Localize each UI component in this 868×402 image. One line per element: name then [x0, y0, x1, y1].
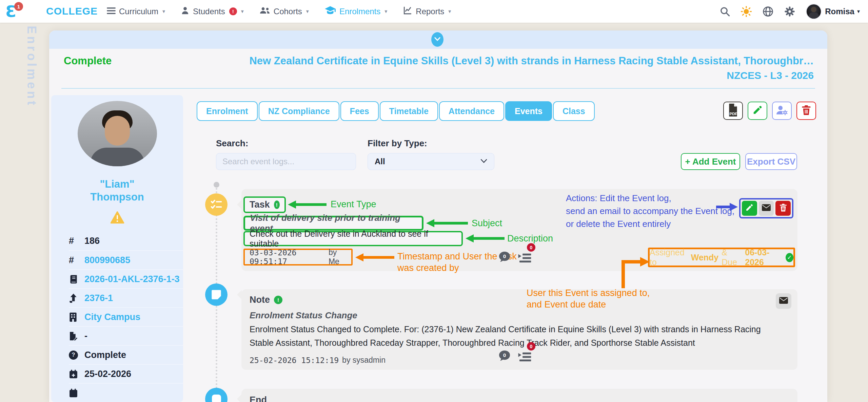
search-input[interactable] [216, 153, 356, 170]
navbar-actions: Romisa ▾ [720, 0, 860, 23]
info-circle-icon[interactable]: ! [274, 200, 280, 209]
event-type-label: End [250, 395, 267, 402]
course-title: New Zealand Certificate in Equine Skills… [186, 55, 814, 67]
event-type-label: Task [250, 199, 270, 210]
pencil-icon [745, 204, 753, 213]
chevron-down-icon: ▾ [857, 8, 860, 15]
end-event-icon [205, 388, 228, 402]
hash-icon: # [69, 255, 84, 266]
email-event-button[interactable] [759, 201, 774, 216]
building-icon [69, 313, 84, 322]
language-globe-icon[interactable] [763, 6, 773, 17]
chevron-down-icon: ▾ [306, 8, 309, 15]
student-first-name: "Liam" [90, 178, 144, 191]
nav-menu-enrolments[interactable]: Enrolments ▾ [324, 6, 387, 17]
assigned-user: Wendy [691, 253, 719, 262]
annotation-arrow-left [426, 219, 468, 229]
queue-list-icon[interactable] [518, 352, 532, 364]
comments-bubble-icon[interactable]: 0 [498, 350, 511, 364]
list-item: 2376-1 [69, 288, 183, 307]
envelope-icon [762, 204, 771, 212]
manage-user-button[interactable] [772, 102, 792, 120]
annotation-arrow-left [466, 234, 505, 244]
task-event-icon [205, 193, 228, 216]
svg-text:PDF: PDF [729, 111, 737, 116]
logo-notification-badge: 1 [14, 2, 23, 11]
timeline-start-dot [214, 182, 219, 188]
queue-list-icon[interactable] [518, 253, 532, 265]
list-item: - [69, 326, 183, 345]
search-icon[interactable] [720, 6, 730, 17]
detail-tabs: Enrolment NZ Compliance Fees Timetable A… [197, 101, 595, 121]
tab-events[interactable]: Events [505, 101, 552, 121]
chevron-down-icon [434, 37, 440, 42]
detail-value[interactable]: City Campus [84, 312, 140, 322]
tab-nz-compliance[interactable]: NZ Compliance [259, 101, 339, 121]
app-logo[interactable]: Ɛ 1 [5, 3, 24, 20]
pdf-file-icon: PDF [727, 103, 739, 119]
annotation-arrow-right [716, 203, 738, 213]
event-description: Check out the Delivery site in Auckland … [250, 229, 457, 249]
brand-name[interactable]: COLLEGE [46, 5, 98, 17]
event-card-note: Note ! Enrolment Status Change Enrolment… [241, 289, 797, 370]
svg-text:0: 0 [503, 352, 506, 358]
list-item: # 800990685 [69, 250, 183, 269]
export-pdf-button[interactable]: PDF [723, 102, 743, 120]
theme-sun-icon[interactable] [741, 6, 752, 17]
queue-count-badge: 0 [527, 243, 535, 252]
filter-type-select[interactable]: All [368, 153, 494, 170]
tab-timetable[interactable]: Timetable [380, 101, 438, 121]
detail-value[interactable]: 2376-1 [84, 293, 113, 303]
timestamp-row: 25-02-2026 15:12:19 by sysadmin [250, 356, 386, 365]
warning-triangle-icon[interactable] [110, 211, 124, 225]
calendar-icon [69, 388, 84, 398]
student-last-name: Thompson [90, 191, 144, 204]
event-timestamp: 25-02-2026 15:12:19 [250, 356, 339, 365]
annotation-event-type: Event Type [331, 199, 376, 210]
nav-menu-reports[interactable]: Reports ▾ [403, 6, 451, 17]
tab-fees[interactable]: Fees [340, 101, 379, 121]
comments-bubble-icon[interactable]: 0 [498, 251, 511, 265]
edit-event-button[interactable] [742, 201, 757, 216]
detail-value[interactable]: 800990685 [84, 255, 130, 266]
nav-menu-label: Students [193, 7, 225, 16]
detail-value[interactable]: 2026-01-AKL-2376-1-3 [84, 274, 180, 284]
user-menu[interactable]: Romisa ▾ [806, 4, 860, 19]
filter-type-value: All [375, 157, 385, 166]
event-card-end: End [241, 389, 797, 402]
tab-attendance[interactable]: Attendance [439, 101, 504, 121]
graduation-cap-icon [324, 6, 336, 17]
check-circle-icon[interactable]: ✓ [786, 253, 793, 262]
delete-enrolment-button[interactable] [796, 102, 816, 120]
chevron-down-icon: ▾ [241, 8, 244, 15]
user-avatar [806, 4, 822, 19]
event-author: by sysadmin [342, 356, 386, 365]
event-type-annotation-box: Task ! [243, 196, 286, 213]
tab-enrolment[interactable]: Enrolment [197, 101, 258, 121]
info-circle-icon[interactable]: ! [274, 296, 282, 304]
nav-menu-label: Cohorts [274, 7, 302, 16]
nav-menu-curriculum[interactable]: Curriculum ▾ [107, 7, 165, 16]
calendar-icon [69, 369, 84, 379]
collapse-chevron-button[interactable] [431, 32, 443, 47]
export-csv-button[interactable]: Export CSV [745, 153, 797, 170]
add-event-button[interactable]: + Add Event [681, 153, 740, 170]
record-toolbar: PDF [723, 102, 816, 120]
student-details-list: # 186 # 800990685 2026-01-AKL-2376-1-3 2… [51, 231, 183, 402]
enrolment-status: Complete [64, 55, 112, 67]
chevron-down-icon: ▾ [162, 8, 165, 15]
settings-gear-icon[interactable] [784, 6, 795, 17]
delete-event-button[interactable] [775, 201, 791, 216]
timestamp-annotation-box: 03-03-2026 09:51:17 by Me [243, 249, 353, 266]
detail-value: 186 [84, 236, 100, 246]
nav-menu-students[interactable]: Students ! ▾ [181, 6, 244, 17]
tab-class[interactable]: Class [553, 101, 595, 121]
assigned-annotation-box: Assigned to Wendy & Due 06-03-2026 ✓ [648, 248, 795, 267]
list-item [69, 383, 183, 402]
nav-menu-cohorts[interactable]: Cohorts ▾ [259, 6, 309, 17]
edit-enrolment-button[interactable] [748, 102, 767, 120]
queue-count-badge: 0 [527, 342, 535, 351]
email-event-button[interactable] [776, 293, 791, 309]
note-event-icon [205, 283, 228, 306]
student-name: "Liam" Thompson [90, 178, 144, 204]
